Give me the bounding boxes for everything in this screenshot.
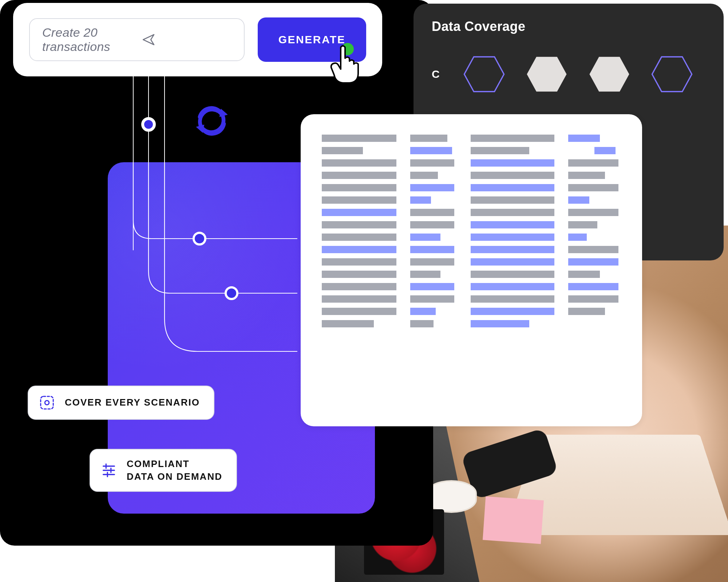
table-cell [322, 308, 396, 315]
table-cell [568, 221, 621, 228]
table-cell [410, 209, 457, 216]
feature-label: COVER EVERY SCENARIO [65, 396, 200, 409]
pointer-cursor-icon [328, 44, 361, 84]
table-cell [322, 196, 396, 204]
svg-point-0 [194, 233, 205, 244]
table-cell [322, 320, 396, 327]
refresh-icon [193, 102, 231, 140]
table-cell [322, 258, 396, 266]
feature-compliant-data-on-demand: COMPLIANT DATA ON DEMAND [90, 449, 237, 492]
table-cell [568, 308, 621, 315]
table-cell [568, 159, 621, 167]
table-cell [410, 196, 457, 204]
table-cell [568, 196, 621, 204]
table-cell [322, 271, 396, 278]
table-cell [410, 271, 457, 278]
table-cell [471, 271, 554, 278]
table-cell [471, 246, 554, 253]
data-table [322, 135, 621, 406]
table-cell [471, 147, 554, 154]
table-cell [471, 221, 554, 228]
table-cell [568, 295, 621, 303]
send-icon[interactable] [141, 32, 232, 47]
table-cell [471, 283, 554, 290]
table-cell [410, 283, 457, 290]
table-cell [471, 234, 554, 241]
prompt-placeholder: Create 20 transactions [42, 25, 132, 54]
table-cell [568, 258, 621, 266]
sliders-icon [100, 462, 117, 479]
table-cell [410, 172, 457, 179]
table-cell [322, 283, 396, 290]
table-cell [568, 246, 621, 253]
svg-marker-5 [652, 57, 692, 91]
table-cell [471, 184, 554, 191]
hexagon-icon [588, 56, 630, 92]
table-cell [322, 135, 396, 142]
svg-marker-2 [464, 57, 504, 91]
svg-marker-3 [527, 57, 566, 91]
table-cell [568, 271, 621, 278]
table-cell [410, 221, 457, 228]
table-cell [568, 320, 621, 327]
table-cell [410, 184, 457, 191]
table-cell [410, 258, 457, 266]
table-cell [322, 221, 396, 228]
table-cell [568, 184, 621, 191]
feature-cover-every-scenario: COVER EVERY SCENARIO [28, 386, 214, 420]
table-cell [410, 308, 457, 315]
table-cell [322, 184, 396, 191]
table-cell [471, 258, 554, 266]
svg-marker-4 [589, 57, 629, 91]
photo-sticky-note [483, 497, 544, 544]
scan-icon [39, 394, 55, 411]
table-cell [322, 234, 396, 241]
table-cell [322, 295, 396, 303]
table-cell [322, 147, 396, 154]
table-cell [471, 320, 554, 327]
svg-point-1 [226, 287, 237, 299]
hexagon-icon [651, 56, 693, 92]
table-cell [410, 147, 457, 154]
hexagon-icon [463, 56, 505, 92]
table-cell [471, 172, 554, 179]
table-cell [410, 295, 457, 303]
table-cell [568, 147, 621, 154]
coverage-row-label: C [432, 68, 443, 80]
table-cell [322, 209, 396, 216]
table-cell [410, 135, 457, 142]
table-cell [410, 234, 457, 241]
table-cell [568, 172, 621, 179]
table-cell [410, 159, 457, 167]
table-cell [471, 295, 554, 303]
table-cell [410, 320, 457, 327]
generate-card: Create 20 transactions GENERATE [13, 3, 382, 76]
table-cell [471, 308, 554, 315]
coverage-row: C [432, 56, 705, 92]
table-cell [471, 196, 554, 204]
hexagon-icon [526, 56, 568, 92]
prompt-input[interactable]: Create 20 transactions [29, 18, 245, 61]
table-cell [568, 209, 621, 216]
table-cell [471, 159, 554, 167]
photo-cup [426, 480, 477, 513]
flow-node [141, 117, 156, 132]
data-coverage-title: Data Coverage [432, 19, 705, 34]
table-cell [471, 135, 554, 142]
feature-label: COMPLIANT DATA ON DEMAND [127, 458, 222, 483]
table-cell [568, 283, 621, 290]
table-cell [471, 209, 554, 216]
table-cell [568, 135, 621, 142]
table-cell [410, 246, 457, 253]
data-table-card [301, 114, 642, 426]
svg-point-7 [45, 400, 49, 405]
svg-rect-6 [41, 396, 54, 409]
table-cell [322, 172, 396, 179]
table-cell [568, 234, 621, 241]
table-cell [322, 246, 396, 253]
table-cell [322, 159, 396, 167]
